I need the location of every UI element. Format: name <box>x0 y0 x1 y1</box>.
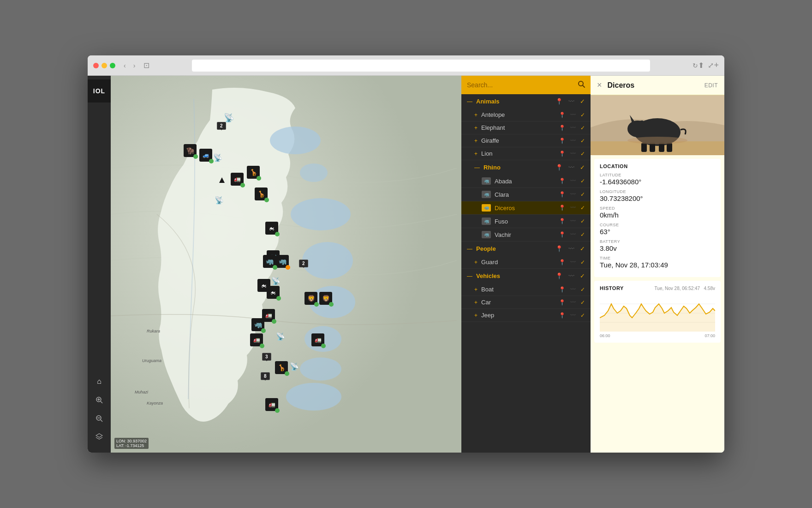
vachir-wave-icon[interactable]: 〰 <box>570 231 576 238</box>
map-cat-1[interactable]: 🦁 <box>304 292 317 305</box>
zoom-in-icon[interactable] <box>91 392 107 408</box>
new-tab-button[interactable]: + <box>714 60 719 70</box>
abada-wave-icon[interactable]: 〰 <box>570 178 576 184</box>
jeep-loc-icon[interactable]: 📍 <box>559 312 566 319</box>
giraffe-wave-icon[interactable]: 〰 <box>570 138 576 144</box>
map-truck-2[interactable]: 🚛 <box>250 333 263 346</box>
vehicles-wave-icon[interactable]: 〰 <box>568 272 574 279</box>
antelope-wave-icon[interactable]: 〰 <box>570 112 576 118</box>
item-vachir[interactable]: 🦏 Vachir 📍 〰 ✓ <box>461 228 591 242</box>
boat-loc-icon[interactable]: 📍 <box>559 286 566 293</box>
map-atv-3[interactable]: 🏍 <box>267 286 280 299</box>
search-input[interactable] <box>467 81 574 89</box>
item-car[interactable]: + Car 📍 〰 ✓ <box>461 296 591 309</box>
item-giraffe[interactable]: + Giraffe 📍 〰 ✓ <box>461 134 591 147</box>
close-traffic-light[interactable] <box>93 63 99 68</box>
clara-loc-icon[interactable]: 📍 <box>559 191 566 198</box>
map-animal-moose[interactable]: 🦬 <box>184 144 197 157</box>
map-vehicle-truck1[interactable]: 🚛 <box>231 173 244 186</box>
item-fuso[interactable]: 🦏 Fuso 📍 〰 ✓ <box>461 215 591 228</box>
map-badge-2a[interactable]: 2 <box>217 122 226 130</box>
map-area[interactable]: 2 📡 🦬 🚙 <box>111 76 461 453</box>
item-lion[interactable]: + Lion 📍 〰 ✓ <box>461 147 591 160</box>
elephant-loc-icon[interactable]: 📍 <box>559 125 566 131</box>
jeep-wave-icon[interactable]: 〰 <box>570 312 576 319</box>
fuso-wave-icon[interactable]: 〰 <box>570 218 576 224</box>
item-boat[interactable]: + Boat 📍 〰 ✓ <box>461 283 591 296</box>
category-vehicles-header[interactable]: — Vehicles 📍 〰 ✓ <box>461 269 591 283</box>
people-loc-icon[interactable]: 📍 <box>555 245 563 252</box>
car-wave-icon[interactable]: 〰 <box>570 299 576 306</box>
map-animal-3[interactable]: 🦏 <box>263 255 276 268</box>
abada-loc-icon[interactable]: 📍 <box>559 178 566 184</box>
car-check-icon[interactable]: ✓ <box>580 299 585 306</box>
abada-check-icon[interactable]: ✓ <box>580 178 585 184</box>
minimize-traffic-light[interactable] <box>102 63 107 68</box>
fuso-check-icon[interactable]: ✓ <box>580 218 585 224</box>
item-clara[interactable]: 🦏 Clara 📍 〰 ✓ <box>461 188 591 201</box>
detail-edit-button[interactable]: EDIT <box>705 82 718 89</box>
maximize-traffic-light[interactable] <box>110 63 115 68</box>
jeep-check-icon[interactable]: ✓ <box>580 312 585 319</box>
item-antelope[interactable]: + Antelope 📍 〰 ✓ <box>461 109 591 121</box>
map-badge-3[interactable]: 3 <box>262 353 271 361</box>
animals-check-icon[interactable]: ✓ <box>580 98 585 105</box>
item-guard[interactable]: + Guard 📍 〰 ✓ <box>461 256 591 269</box>
boat-wave-icon[interactable]: 〰 <box>570 286 576 293</box>
vachir-check-icon[interactable]: ✓ <box>580 231 585 238</box>
map-vehicle-jeep1[interactable]: 🚙 <box>199 149 212 162</box>
giraffe-loc-icon[interactable]: 📍 <box>559 138 566 144</box>
animals-location-icon[interactable]: 📍 <box>555 98 563 105</box>
category-animals-header[interactable]: — Animals 📍 〰 ✓ <box>461 94 591 109</box>
map-cat-2[interactable]: 🦁 <box>319 292 332 305</box>
home-icon[interactable]: ⌂ <box>91 373 107 390</box>
category-people-header[interactable]: — People 📍 〰 ✓ <box>461 242 591 256</box>
forward-button[interactable]: › <box>131 61 138 70</box>
layers-icon[interactable] <box>91 429 107 445</box>
guard-check-icon[interactable]: ✓ <box>580 259 585 266</box>
map-atv-1[interactable]: 🏍 <box>265 222 278 235</box>
map-animal-2[interactable]: 🦏 <box>276 255 289 268</box>
map-badge-8[interactable]: 8 <box>261 372 270 380</box>
giraffe-check-icon[interactable]: ✓ <box>580 138 585 144</box>
subcategory-rhino-header[interactable]: — Rhino 📍 〰 ✓ <box>461 160 591 175</box>
people-wave-icon[interactable]: 〰 <box>568 245 574 252</box>
back-button[interactable]: ‹ <box>121 61 129 70</box>
zoom-out-icon[interactable] <box>91 410 107 427</box>
clara-wave-icon[interactable]: 〰 <box>570 191 576 198</box>
item-diceros[interactable]: 🦏 Diceros 📍 〰 ✓ <box>461 201 591 215</box>
rhino-loc-icon[interactable]: 📍 <box>555 164 563 171</box>
map-rhino-lower[interactable]: 🦏 <box>251 318 264 331</box>
boat-check-icon[interactable]: ✓ <box>580 286 585 293</box>
diceros-wave-icon[interactable]: 〰 <box>570 205 576 211</box>
vachir-loc-icon[interactable]: 📍 <box>559 231 566 238</box>
rhino-wave-icon[interactable]: 〰 <box>568 164 574 171</box>
antelope-loc-icon[interactable]: 📍 <box>559 112 566 118</box>
map-giraffe-1[interactable]: 🦒 <box>247 166 260 179</box>
clara-check-icon[interactable]: ✓ <box>580 191 585 198</box>
map-truck-bottom[interactable]: 🚛 <box>265 398 278 411</box>
people-check-icon[interactable]: ✓ <box>580 245 585 252</box>
lion-check-icon[interactable]: ✓ <box>580 151 585 157</box>
elephant-wave-icon[interactable]: 〰 <box>570 125 576 131</box>
vehicles-check-icon[interactable]: ✓ <box>580 272 585 279</box>
elephant-check-icon[interactable]: ✓ <box>580 125 585 131</box>
lion-wave-icon[interactable]: 〰 <box>570 151 576 157</box>
reload-button[interactable]: ↻ <box>693 62 698 69</box>
guard-loc-icon[interactable]: 📍 <box>559 259 566 266</box>
rhino-check-icon[interactable]: ✓ <box>580 164 585 171</box>
fullscreen-button[interactable]: ⤢ <box>708 61 714 70</box>
share-button[interactable]: ⬆ <box>698 61 704 70</box>
diceros-loc-icon[interactable]: 📍 <box>559 205 566 211</box>
animals-chart-icon[interactable]: 〰 <box>568 98 574 105</box>
vehicles-loc-icon[interactable]: 📍 <box>555 272 563 279</box>
antelope-check-icon[interactable]: ✓ <box>580 112 585 118</box>
search-submit-button[interactable] <box>578 80 585 90</box>
detail-close-button[interactable]: × <box>597 80 602 90</box>
sidebar-toggle-button[interactable]: ⊡ <box>143 61 149 70</box>
lion-loc-icon[interactable]: 📍 <box>559 151 566 157</box>
guard-wave-icon[interactable]: 〰 <box>570 259 576 266</box>
item-jeep[interactable]: + Jeep 📍 〰 ✓ <box>461 309 591 322</box>
item-abada[interactable]: 🦏 Abada 📍 〰 ✓ <box>461 175 591 188</box>
map-giraffe-2[interactable]: 🦒 <box>255 187 268 200</box>
